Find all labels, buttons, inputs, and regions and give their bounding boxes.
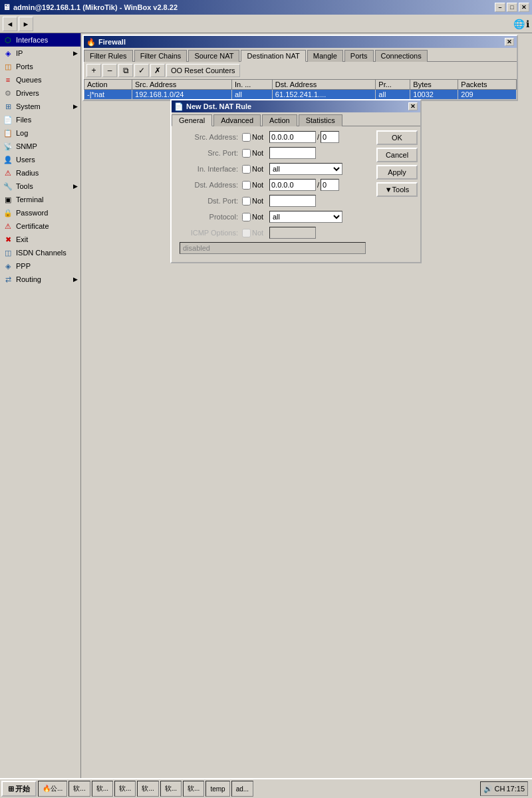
tab-source-nat[interactable]: Source NAT: [188, 50, 239, 62]
queues-icon: ≡: [3, 74, 13, 85]
dst-address-ip-input[interactable]: [269, 179, 316, 191]
add-rule-button[interactable]: +: [86, 64, 101, 77]
protocol-checkbox[interactable]: [242, 213, 251, 221]
in-interface-row: In. Interface: Not all: [176, 162, 370, 176]
taskbar-item-4[interactable]: 软...: [137, 781, 158, 797]
dst-address-cidr-input[interactable]: [321, 179, 339, 191]
routing-arrow: ▶: [73, 276, 78, 283]
src-address-cidr-input[interactable]: [321, 131, 339, 143]
sidebar-item-queues[interactable]: ≡ Queues: [0, 73, 80, 86]
taskbar-item-0[interactable]: 🔥公...: [38, 781, 67, 797]
close-button[interactable]: ✕: [519, 3, 529, 12]
dialog-tab-general[interactable]: General: [172, 114, 212, 126]
sidebar-label-tools: Tools: [16, 182, 33, 190]
icmp-options-not-label: Not: [252, 229, 267, 237]
taskbar-item-5[interactable]: 软...: [160, 781, 182, 797]
sidebar-item-interfaces[interactable]: ⬡ Interfaces: [0, 33, 80, 47]
sidebar-item-ppp[interactable]: ◈ PPP: [0, 259, 80, 273]
taskbar-item-2[interactable]: 软...: [92, 781, 113, 797]
sidebar-item-ip[interactable]: ◈ IP ▶: [0, 47, 80, 60]
taskbar-item-6[interactable]: 软...: [183, 781, 204, 797]
taskbar-item-3[interactable]: 软...: [114, 781, 136, 797]
apply-button[interactable]: Apply: [376, 165, 418, 180]
dialog-close-button[interactable]: ✕: [408, 102, 418, 110]
dialog-content: Src. Address: Not / Src. Port: Not: [172, 126, 420, 262]
icmp-options-checkbox[interactable]: [242, 229, 251, 237]
dst-port-not-label: Not: [252, 197, 267, 205]
sidebar-item-routing[interactable]: ⇄ Routing ▶: [0, 273, 80, 286]
dst-port-input[interactable]: [269, 195, 316, 207]
dialog-tab-action[interactable]: Action: [262, 114, 297, 126]
sidebar-label-exit: Exit: [16, 235, 28, 243]
tab-filter-rules[interactable]: Filter Rules: [84, 50, 133, 62]
ok-button[interactable]: OK: [376, 130, 418, 145]
remove-rule-button[interactable]: –: [102, 64, 117, 77]
enable-rule-button[interactable]: ✓: [134, 64, 149, 77]
sidebar-item-system[interactable]: ⊞ System ▶: [0, 100, 80, 113]
table-row[interactable]: -|*nat 192.168.1.0/24 all 61.152.241.1..…: [84, 90, 517, 100]
start-label: 开始: [15, 784, 30, 794]
dst-port-checkbox[interactable]: [242, 197, 251, 205]
icmp-options-input[interactable]: [269, 227, 316, 239]
reset-counters-button[interactable]: OO Reset Counters: [166, 64, 240, 77]
tab-mangle[interactable]: Mangle: [307, 50, 343, 62]
protocol-select[interactable]: all: [269, 211, 342, 223]
tab-ports[interactable]: Ports: [344, 50, 374, 62]
disable-rule-button[interactable]: ✗: [150, 64, 165, 77]
drivers-icon: ⚙: [3, 88, 13, 98]
col-src-address: Src. Address: [132, 80, 232, 90]
tab-filter-chains[interactable]: Filter Chains: [134, 50, 188, 62]
sidebar-item-users[interactable]: 👤 Users: [0, 153, 80, 166]
sidebar-item-radius[interactable]: ⚠ Radius: [0, 166, 80, 180]
taskbar-right: 🔊 CH 17:15: [480, 781, 531, 796]
sidebar-item-tools[interactable]: 🔧 Tools ▶: [0, 180, 80, 193]
minimize-button[interactable]: –: [495, 3, 505, 12]
dialog-title: New Dst. NAT Rule: [186, 102, 251, 110]
sidebar-item-ports[interactable]: ◫ Ports: [0, 60, 80, 73]
dialog-tab-statistics[interactable]: Statistics: [299, 114, 342, 126]
maximize-button[interactable]: □: [507, 3, 517, 12]
dialog-tab-bar: General Advanced Action Statistics: [172, 112, 420, 126]
start-button[interactable]: ⊞ 开始: [1, 781, 37, 797]
copy-rule-button[interactable]: ⧉: [118, 64, 133, 77]
password-icon: 🔒: [3, 207, 13, 218]
in-interface-checkbox[interactable]: [242, 165, 251, 174]
sidebar-item-log[interactable]: 📋 Log: [0, 126, 80, 140]
sidebar-item-snmp[interactable]: 📡 SNMP: [0, 140, 80, 153]
dialog-status: disabled: [180, 242, 366, 254]
src-port-label: Src. Port:: [176, 149, 242, 157]
in-interface-select[interactable]: all: [269, 163, 342, 175]
sidebar-label-interfaces: Interfaces: [16, 36, 48, 44]
sidebar-item-files[interactable]: 📄 Files: [0, 113, 80, 126]
src-address-checkbox[interactable]: [242, 133, 251, 142]
sidebar-label-system: System: [16, 102, 41, 110]
sidebar-item-drivers[interactable]: ⚙ Drivers: [0, 86, 80, 100]
tab-destination-nat[interactable]: Destination NAT: [241, 50, 305, 62]
tools-button[interactable]: ▼Tools: [376, 182, 418, 197]
sidebar-item-password[interactable]: 🔒 Password: [0, 206, 80, 219]
taskbar-item-1[interactable]: 软...: [68, 781, 90, 797]
firewall-close-button[interactable]: ✕: [505, 38, 514, 46]
taskbar-item-7[interactable]: temp: [205, 781, 229, 797]
sidebar-item-isdn[interactable]: ◫ ISDN Channels: [0, 246, 80, 259]
cancel-button[interactable]: Cancel: [376, 148, 418, 162]
sidebar-item-exit[interactable]: ✖ Exit: [0, 233, 80, 246]
forward-button[interactable]: ►: [19, 17, 33, 31]
taskbar-item-8[interactable]: ad...: [231, 781, 253, 797]
dialog-form: Src. Address: Not / Src. Port: Not: [172, 126, 374, 262]
src-address-ip-input[interactable]: [269, 131, 316, 143]
back-button[interactable]: ◄: [3, 17, 17, 31]
firewall-toolbar: + – ⧉ ✓ ✗ OO Reset Counters: [84, 62, 517, 79]
taskbar-item-label-0: 🔥公...: [43, 784, 63, 793]
sidebar-item-terminal[interactable]: ▣ Terminal: [0, 193, 80, 206]
src-port-checkbox[interactable]: [242, 149, 251, 158]
dst-address-checkbox[interactable]: [242, 181, 251, 190]
protocol-not-label: Not: [252, 213, 267, 221]
sidebar-item-certificate[interactable]: ⚠ Certificate: [0, 219, 80, 233]
dialog-tab-advanced[interactable]: Advanced: [213, 114, 261, 126]
src-address-slash: /: [317, 133, 319, 141]
src-port-input[interactable]: [269, 147, 316, 159]
radius-icon: ⚠: [3, 168, 13, 178]
app-title: admin@192.168.1.1 (MikroTik) - WinBox v2…: [13, 3, 178, 11]
tab-connections[interactable]: Connections: [375, 50, 428, 62]
